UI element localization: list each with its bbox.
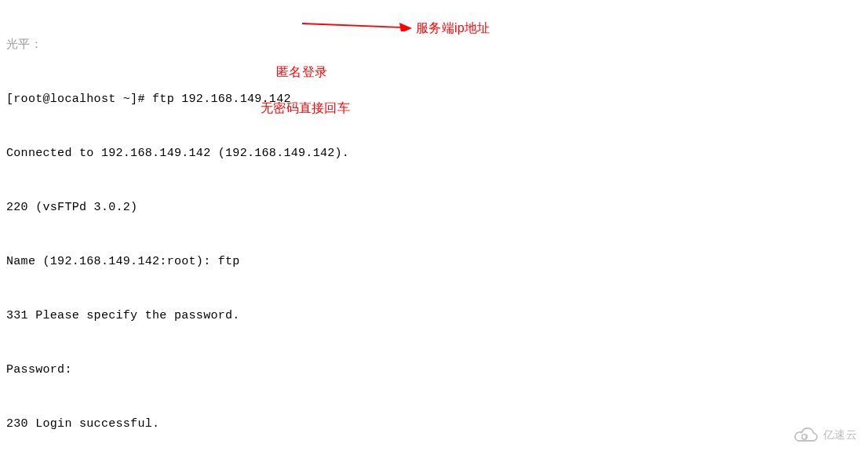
- terminal-line: Name (192.168.149.142:root): ftp: [6, 253, 862, 271]
- terminal-line: 光平：: [6, 36, 862, 54]
- annotation-no-password: 无密码直接回车: [261, 100, 350, 117]
- terminal-line: Password:: [6, 361, 862, 379]
- terminal-line: 220 (vsFTPd 3.0.2): [6, 198, 862, 216]
- terminal-line: 230 Login successful.: [6, 415, 862, 433]
- cloud-icon: [793, 426, 819, 445]
- annotation-server-ip: 服务端ip地址: [416, 20, 491, 37]
- annotation-anon-login: 匿名登录: [276, 64, 327, 81]
- watermark: 亿速云: [793, 426, 857, 445]
- terminal-line: [root@localhost ~]# ftp 192.168.149.142: [6, 90, 862, 108]
- terminal-line: Connected to 192.168.149.142 (192.168.14…: [6, 144, 862, 162]
- watermark-text: 亿速云: [823, 428, 857, 442]
- terminal-output[interactable]: 光平： [root@localhost ~]# ftp 192.168.149.…: [0, 0, 868, 451]
- terminal-line: 331 Please specify the password.: [6, 307, 862, 325]
